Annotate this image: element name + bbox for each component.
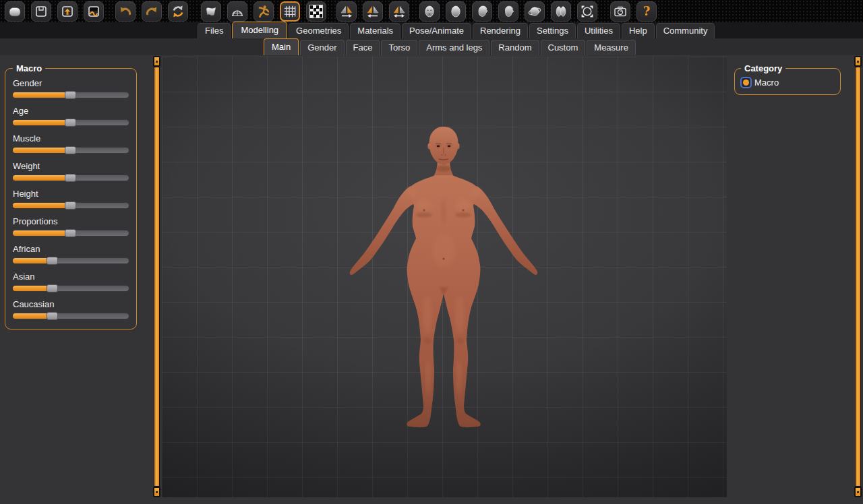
- front-view-button[interactable]: [419, 1, 440, 22]
- load-button[interactable]: [57, 1, 78, 22]
- toolbar: ?: [0, 0, 863, 22]
- subtab-face[interactable]: Face: [346, 40, 380, 55]
- subtab-arms-and-legs[interactable]: Arms and legs: [419, 40, 489, 55]
- caucasian-slider[interactable]: [12, 313, 129, 319]
- gender-slider[interactable]: [12, 92, 129, 98]
- save-icon: [34, 4, 49, 19]
- height-slider[interactable]: [12, 202, 129, 209]
- subtab-main[interactable]: Main: [264, 38, 299, 55]
- slider-handle[interactable]: [65, 229, 76, 237]
- grid-button[interactable]: [280, 1, 300, 22]
- reset-icon: [171, 4, 185, 19]
- undo-button[interactable]: [115, 1, 136, 22]
- dual-view-button[interactable]: [551, 1, 571, 22]
- slider-label: Height: [13, 189, 129, 199]
- subtab-random[interactable]: Random: [491, 40, 539, 55]
- tab-utilities[interactable]: Utilities: [577, 23, 620, 38]
- export-button[interactable]: [84, 1, 104, 22]
- tab-pose-animate[interactable]: Pose/Animate: [402, 23, 471, 38]
- left-panel-splitter[interactable]: [153, 56, 160, 497]
- symmetry-right-button[interactable]: [336, 1, 357, 22]
- tab-rendering[interactable]: Rendering: [473, 23, 528, 38]
- splitter-handle-bottom[interactable]: [854, 486, 862, 497]
- symmetry-left-button[interactable]: [363, 1, 383, 22]
- main-tab-bar: Files Modelling Geometries Materials Pos…: [0, 22, 863, 38]
- splitter-track[interactable]: [154, 67, 160, 486]
- age-slider[interactable]: [12, 119, 129, 126]
- tab-community[interactable]: Community: [656, 23, 715, 38]
- front-view-icon: [422, 4, 437, 19]
- main-area: Macro Gender Age Muscle: [0, 55, 863, 504]
- subtab-custom[interactable]: Custom: [541, 40, 586, 55]
- weight-slider[interactable]: [12, 175, 129, 181]
- slider-handle[interactable]: [65, 119, 76, 127]
- tab-modelling[interactable]: Modelling: [232, 22, 287, 38]
- slider-handle[interactable]: [47, 284, 58, 292]
- slider-row: Proportions: [12, 216, 129, 237]
- slider-handle[interactable]: [65, 174, 76, 182]
- slider-row: Height: [12, 189, 129, 209]
- pose-button[interactable]: [254, 1, 274, 22]
- tab-materials[interactable]: Materials: [350, 23, 400, 38]
- slider-handle[interactable]: [65, 91, 76, 99]
- smooth-shading-button[interactable]: [201, 1, 221, 22]
- slider-label: Asian: [13, 272, 129, 282]
- reset-camera-button[interactable]: [577, 1, 597, 22]
- subdivide-button[interactable]: [306, 1, 326, 22]
- dual-view-icon: [554, 4, 568, 19]
- tab-help[interactable]: Help: [622, 23, 655, 38]
- muscle-slider[interactable]: [12, 147, 129, 154]
- load-icon: [60, 4, 75, 19]
- category-option-macro[interactable]: Macro: [740, 77, 835, 88]
- profile-view-button[interactable]: [498, 1, 518, 22]
- help-button[interactable]: ?: [636, 1, 657, 22]
- slider-fill: [13, 313, 47, 319]
- svg-text:?: ?: [643, 4, 651, 18]
- splitter-handle-top[interactable]: [153, 56, 160, 67]
- human-model[interactable]: [346, 125, 541, 429]
- right-panel-splitter[interactable]: [854, 56, 862, 497]
- slider-handle[interactable]: [65, 146, 76, 154]
- slider-label: Age: [13, 106, 129, 116]
- macro-radio-button[interactable]: [740, 77, 752, 88]
- symmetry-button[interactable]: [389, 1, 409, 22]
- save-button[interactable]: [31, 1, 51, 22]
- viewport-3d[interactable]: [162, 57, 727, 497]
- grab-screenshot-button[interactable]: [610, 1, 630, 22]
- slider-handle[interactable]: [47, 312, 58, 320]
- reset-camera-icon: [580, 4, 595, 19]
- slider-row: Caucasian: [12, 299, 129, 319]
- subtab-measure[interactable]: Measure: [587, 40, 636, 55]
- three-quarter-view-button[interactable]: [472, 1, 492, 22]
- new-button[interactable]: [5, 1, 25, 22]
- splitter-handle-top[interactable]: [854, 56, 862, 67]
- slider-row: Muscle: [12, 133, 129, 154]
- slider-row: Asian: [12, 272, 129, 292]
- slider-label: African: [13, 244, 129, 254]
- subtab-torso[interactable]: Torso: [381, 40, 417, 55]
- african-slider[interactable]: [12, 257, 129, 264]
- tab-settings[interactable]: Settings: [529, 23, 576, 38]
- tab-geometries[interactable]: Geometries: [289, 23, 349, 38]
- left-panel: Macro Gender Age Muscle: [0, 55, 153, 504]
- slider-row: Age: [12, 106, 129, 126]
- head-view-button[interactable]: [446, 1, 466, 22]
- slider-fill: [13, 92, 65, 98]
- subtab-gender[interactable]: Gender: [300, 40, 344, 55]
- macro-groupbox-title: Macro: [13, 63, 45, 73]
- camera-icon: [613, 4, 628, 19]
- symmetry-right-icon: [339, 4, 354, 19]
- globe-view-button[interactable]: [525, 1, 545, 22]
- redo-button[interactable]: [142, 1, 162, 22]
- proportions-slider[interactable]: [12, 230, 129, 237]
- tab-files[interactable]: Files: [198, 23, 231, 38]
- asian-slider[interactable]: [12, 285, 129, 292]
- slider-handle[interactable]: [65, 201, 76, 210]
- reset-button[interactable]: [168, 1, 188, 22]
- globe-view-icon: [527, 4, 542, 19]
- wireframe-button[interactable]: [227, 1, 247, 22]
- splitter-track[interactable]: [855, 67, 861, 486]
- slider-handle[interactable]: [47, 257, 58, 265]
- export-icon: [86, 4, 101, 19]
- splitter-handle-bottom[interactable]: [153, 486, 160, 497]
